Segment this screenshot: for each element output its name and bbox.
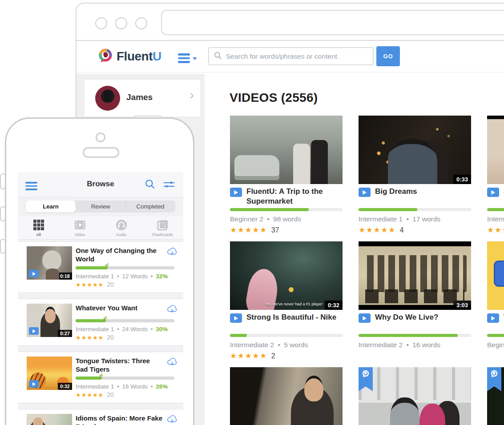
user-card[interactable]: James › — [85, 80, 200, 116]
phone-frame: Browse Learn Review Completed — [5, 117, 194, 425]
flashcards-icon — [157, 219, 169, 231]
rating-count: 4 — [400, 226, 404, 234]
go-button[interactable]: GO — [376, 46, 400, 66]
video-thumbnail[interactable]: Yet, we've never had a #1 player 0:32 — [230, 241, 343, 310]
download-cloud-icon[interactable] — [166, 415, 178, 425]
play-icon[interactable] — [359, 188, 371, 197]
tab-completed[interactable]: Completed — [125, 200, 175, 212]
video-thumbnail[interactable]: 0:33 — [359, 116, 471, 184]
page-canvas: FluentU GO James › — [0, 0, 504, 425]
rating: ★★★★★ 2 — [230, 351, 343, 361]
category-audio[interactable]: Audio — [101, 219, 142, 237]
video-title[interactable]: Big Dreams — [375, 187, 417, 196]
video-thumbnail[interactable]: 3:03 — [359, 241, 471, 310]
video-title[interactable]: FluentU: A Trip to the Supermarket — [246, 187, 343, 206]
play-icon[interactable] — [487, 313, 499, 323]
video-card[interactable]: 0:14 — [230, 367, 343, 425]
window-close-button[interactable] — [95, 17, 107, 29]
video-title[interactable]: One Way of Changing the World — [76, 246, 163, 263]
phone-screen: Browse Learn Review Completed — [18, 172, 183, 425]
list-item[interactable]: 0:27 Whatever You Want Intermediate 1 • … — [18, 299, 183, 346]
video-card[interactable]: Yet, we've never had a #1 player 0:32 St… — [230, 241, 343, 361]
level-label: Intermediate — [487, 215, 504, 223]
tab-review[interactable]: Review — [76, 200, 125, 212]
search-input[interactable] — [222, 52, 373, 60]
app-header: Browse — [18, 172, 183, 197]
window-maximize-button[interactable] — [135, 17, 147, 29]
play-icon[interactable] — [230, 188, 242, 197]
category-all[interactable]: All — [18, 219, 59, 237]
video-list: 0:18 One Way of Changing the World Inter… — [18, 241, 183, 425]
category-flashcards[interactable]: Flashcards — [142, 219, 183, 237]
tab-learn[interactable]: Learn — [26, 200, 76, 212]
duration-badge: 3:03 — [453, 301, 471, 310]
hamburger-icon — [178, 52, 190, 65]
level-label: Intermediate 1 — [76, 326, 114, 333]
video-card[interactable]: 3:03 Why Do We Live? Intermediate 2 • 16… — [359, 241, 471, 349]
video-title[interactable]: Idioms of Spain: More Fake Friends — [76, 414, 163, 425]
play-icon[interactable] — [487, 188, 499, 197]
list-item[interactable]: 0:18 One Way of Changing the World Inter… — [18, 241, 183, 293]
video-card[interactable]: 3 Intermediate ★★★★★ — [487, 116, 504, 235]
video-thumbnail[interactable]: 3:01 — [359, 367, 471, 425]
video-thumbnail[interactable]: 0:18 — [27, 414, 72, 425]
play-icon[interactable] — [359, 313, 371, 323]
fluentu-bookmark-icon — [359, 367, 373, 391]
filters-icon[interactable] — [163, 179, 175, 192]
level-label: Intermediate 1 — [76, 383, 114, 390]
play-icon[interactable] — [29, 380, 39, 388]
brand-name: FluentU — [117, 49, 161, 64]
progress-bar — [76, 266, 174, 269]
word-count: 24 Words — [122, 326, 148, 333]
video-card[interactable]: FluentU: A Trip to the Supermarket Begin… — [230, 116, 343, 235]
level-label: Intermediate 1 — [359, 215, 403, 223]
download-cloud-icon[interactable] — [166, 357, 178, 373]
category-video[interactable]: Video — [59, 219, 101, 237]
phone-speaker — [83, 147, 119, 158]
window-minimize-button[interactable] — [115, 17, 127, 29]
video-card[interactable]: 3:01 — [359, 367, 471, 425]
search-icon — [214, 51, 222, 62]
screen-title: Browse — [18, 180, 183, 188]
brand-logo[interactable]: FluentU — [98, 48, 161, 65]
video-thumbnail[interactable] — [487, 116, 504, 184]
video-thumbnail[interactable] — [487, 241, 504, 310]
list-item[interactable]: 0:18 Idioms of Spain: More Fake Friends … — [18, 409, 183, 425]
play-icon[interactable] — [29, 270, 39, 277]
video-thumbnail[interactable] — [487, 367, 504, 425]
search-icon[interactable] — [144, 178, 156, 192]
level-label: Intermediate 2 — [230, 341, 274, 349]
download-cloud-icon[interactable] — [166, 305, 178, 316]
avatar — [95, 86, 120, 111]
download-cloud-icon[interactable] — [166, 247, 178, 263]
video-meta: Intermediate 1 • 17 words — [359, 215, 471, 223]
video-title[interactable]: Whatever You Want — [76, 304, 137, 316]
word-count: 16 words — [412, 341, 440, 349]
percent-label: 26% — [156, 383, 168, 390]
video-icon — [74, 219, 86, 231]
video-thumbnail[interactable]: 0:32 — [27, 357, 72, 390]
video-meta: Beginner 2 • 98 words — [230, 215, 343, 223]
url-bar[interactable] — [161, 10, 504, 35]
video-thumbnail[interactable] — [230, 116, 343, 184]
rating-count: 20 — [107, 281, 114, 288]
video-thumbnail[interactable]: 0:18 — [27, 246, 72, 280]
play-icon[interactable] — [29, 327, 39, 335]
progress-bar — [359, 334, 471, 337]
video-thumbnail[interactable]: 0:27 — [27, 304, 72, 337]
video-card[interactable] — [487, 367, 504, 425]
star-icons: ★★★★★ — [230, 351, 267, 361]
video-card[interactable]: W Beginner — [487, 241, 504, 349]
video-card[interactable]: 0:33 Big Dreams Intermediate 1 • 17 word… — [359, 116, 471, 235]
nav-menu-button[interactable] — [178, 52, 197, 65]
video-title[interactable]: Tongue Twisters: Three Sad Tigers — [76, 357, 163, 373]
chevron-right-icon[interactable]: › — [190, 88, 194, 102]
play-icon[interactable] — [230, 313, 242, 323]
video-title[interactable]: Why Do We Live? — [375, 313, 438, 322]
video-thumbnail[interactable]: 0:14 — [230, 367, 343, 425]
progress-bar — [359, 208, 471, 211]
video-title[interactable]: Strong Is Beautiful - Nike — [246, 313, 336, 322]
star-icons: ★★★★★ — [76, 281, 104, 288]
list-item[interactable]: 0:32 Tongue Twisters: Three Sad Tigers I… — [18, 352, 183, 403]
rating: ★★★★★ 20 — [76, 281, 178, 288]
